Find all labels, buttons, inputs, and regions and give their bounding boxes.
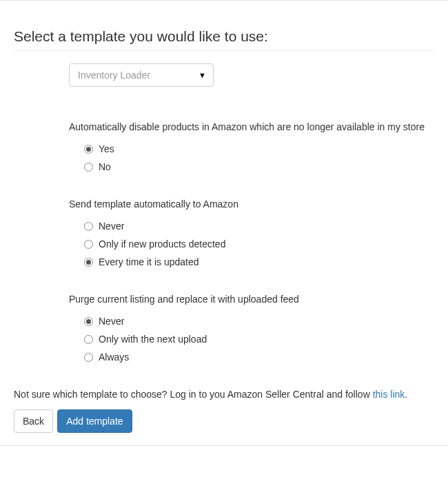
option-label: No (99, 161, 111, 172)
radio-icon (84, 145, 93, 154)
group-send-template: Send template automatically to Amazon Ne… (69, 199, 434, 267)
option-label: Never (99, 221, 124, 232)
radio-icon (84, 163, 93, 172)
option-send-every-update[interactable]: Every time it is updated (84, 256, 434, 267)
chevron-down-icon: ▼ (198, 71, 206, 79)
option-send-never[interactable]: Never (84, 221, 434, 232)
option-label: Only if new products detected (99, 238, 225, 250)
option-label: Always (99, 352, 129, 363)
option-purge-next-upload[interactable]: Only with the next upload (84, 334, 434, 345)
option-label: Only with the next upload (99, 334, 207, 345)
option-purge-always[interactable]: Always (84, 352, 434, 363)
radio-icon (84, 353, 93, 362)
help-text: Not sure which template to choose? Log i… (14, 389, 434, 400)
group-label: Automatically disable products in Amazon… (69, 121, 434, 132)
group-label: Purge current listing and replace it wit… (69, 294, 434, 305)
help-suffix: . (405, 389, 407, 400)
radio-icon (84, 335, 93, 344)
template-select[interactable]: Inventory Loader ▼ (69, 63, 214, 87)
radio-icon (84, 240, 93, 249)
option-label: Every time it is updated (99, 256, 199, 267)
help-prefix: Not sure which template to choose? Log i… (14, 389, 373, 400)
group-disable-products: Automatically disable products in Amazon… (69, 121, 434, 172)
option-purge-never[interactable]: Never (84, 316, 434, 327)
option-label: Never (99, 316, 124, 327)
template-select-value: Inventory Loader (78, 70, 150, 81)
page-title: Select a template you would like to use: (14, 28, 434, 45)
group-purge-listing: Purge current listing and replace it wit… (69, 294, 434, 363)
title-divider (14, 50, 434, 51)
option-send-if-new[interactable]: Only if new products detected (84, 238, 434, 250)
radio-icon (84, 222, 93, 231)
radio-icon (84, 317, 93, 326)
option-label: Yes (99, 143, 114, 154)
back-button[interactable]: Back (14, 409, 53, 433)
add-template-button[interactable]: Add template (57, 409, 132, 433)
option-disable-no[interactable]: No (84, 161, 434, 172)
option-disable-yes[interactable]: Yes (84, 143, 434, 154)
help-link[interactable]: this link (373, 389, 405, 400)
radio-icon (84, 258, 93, 267)
group-label: Send template automatically to Amazon (69, 199, 434, 210)
